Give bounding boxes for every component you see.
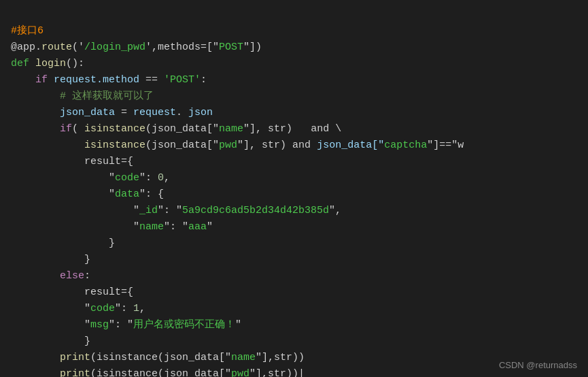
code-token: ',methods=["	[145, 42, 219, 53]
code-token: json_data	[11, 107, 121, 118]
code-token: 0	[158, 172, 164, 184]
code-token: route	[41, 42, 72, 53]
code-token: "])	[243, 42, 262, 53]
code-line: "code": 1,	[11, 301, 577, 317]
code-token: "	[11, 172, 115, 184]
code-token: ":	[115, 303, 133, 314]
code-token: pwd	[231, 368, 249, 377]
code-token: code	[115, 172, 139, 184]
code-token: (json_data["	[145, 123, 219, 135]
code-line: else:	[11, 268, 577, 284]
code-line: "name": "aaa"	[11, 219, 577, 235]
watermark: CSDN @returnadss	[499, 360, 577, 370]
code-token: print	[60, 352, 90, 363]
code-token: "],str))	[256, 352, 305, 363]
code-token: name	[219, 123, 243, 135]
code-container: #接口6@app.route('/login_pwd',methods=["PO…	[0, 0, 588, 377]
code-token: isinstance	[11, 140, 145, 151]
code-token: code	[90, 303, 115, 314]
code-token: ": "	[158, 205, 182, 216]
code-token: (	[72, 123, 84, 135]
code-token: if	[11, 123, 72, 135]
code-token: }	[11, 237, 115, 249]
code-token: request	[133, 107, 176, 118]
code-token: 5a9cd9c6ad5b2d34d42b385d	[182, 205, 329, 216]
code-token: ,	[164, 172, 170, 184]
code-token: login	[35, 58, 66, 69]
code-token: json	[188, 107, 213, 118]
code-line: def login():	[11, 56, 577, 72]
code-token: /login_pwd	[84, 42, 145, 53]
code-token: "	[207, 221, 213, 233]
code-line: # 这样获取就可以了	[11, 88, 577, 105]
code-line: if( isinstance(json_data["name"], str) a…	[11, 121, 577, 137]
code-token: "],str))	[249, 368, 298, 377]
code-token: ():	[66, 58, 84, 69]
code-token: \	[329, 123, 341, 135]
code-token: @app.	[11, 42, 41, 53]
code-token: json_data["	[317, 140, 384, 151]
code-token: and	[292, 140, 317, 151]
code-token: 'POST'	[164, 74, 201, 86]
code-token: (isinstance(json_data["	[90, 352, 231, 363]
code-token: "	[11, 205, 139, 216]
code-token: print	[60, 368, 90, 377]
code-line: "data": {	[11, 186, 577, 203]
code-token: result={	[11, 156, 133, 167]
code-line: "_id": "5a9cd9c6ad5b2d34d42b385d",	[11, 203, 577, 219]
code-token: ":	[139, 172, 158, 184]
code-token: "	[11, 319, 90, 331]
code-token: if	[11, 74, 54, 86]
code-token: :	[201, 74, 207, 86]
code-line: }	[11, 252, 577, 268]
code-token	[11, 270, 60, 282]
code-line: #接口6	[11, 23, 577, 39]
code-line: "code": 0,	[11, 170, 577, 186]
code-token: POST	[219, 42, 243, 53]
code-line: result={	[11, 284, 577, 301]
code-token: ": "	[109, 319, 133, 331]
code-token: (json_data["	[145, 140, 219, 151]
code-line: print(isinstance(json_data["name"],str))	[11, 350, 577, 366]
code-token: :	[84, 270, 90, 282]
code-line: isinstance(json_data["pwd"], str) and js…	[11, 137, 577, 154]
code-token: and	[311, 123, 329, 135]
code-token: # 这样获取就可以了	[11, 91, 154, 102]
code-token: "	[11, 188, 115, 200]
code-line: @app.route('/login_pwd',methods=["POST"]…	[11, 39, 577, 56]
code-token	[11, 368, 60, 377]
code-token: ": "	[164, 221, 188, 233]
code-token: |	[298, 368, 305, 377]
code-line: result={	[11, 154, 577, 170]
code-token: "	[11, 221, 139, 233]
code-token: isinstance	[84, 123, 145, 135]
code-token: "	[11, 303, 90, 314]
code-token: result={	[11, 286, 133, 298]
code-line: }	[11, 333, 577, 350]
code-token: ('	[72, 42, 84, 53]
code-token: ,	[139, 303, 145, 314]
code-token: "], str)	[237, 140, 292, 151]
code-token: ==	[145, 74, 164, 86]
code-token: def	[11, 58, 35, 69]
code-line: print(isinstance(json_data["pwd"],str))|	[11, 366, 577, 377]
code-token: "	[235, 319, 241, 331]
code-token: request.method	[54, 74, 145, 86]
code-token: pwd	[219, 140, 237, 151]
code-line: }	[11, 235, 577, 252]
code-token: 1	[133, 303, 139, 314]
code-token: msg	[90, 319, 109, 331]
code-token: =	[121, 107, 133, 118]
code-token: captcha	[384, 140, 427, 151]
code-token: ",	[329, 205, 341, 216]
code-line: if request.method == 'POST':	[11, 72, 577, 88]
code-token: "], str)	[243, 123, 311, 135]
code-token: name	[231, 352, 256, 363]
code-token: "]=="w	[427, 140, 464, 151]
code-token: .	[176, 107, 188, 118]
code-token: ": {	[139, 188, 164, 200]
code-token: (isinstance(json_data["	[90, 368, 231, 377]
code-line: "msg": "用户名或密码不正确！"	[11, 317, 577, 333]
code-token: name	[139, 221, 164, 233]
code-token	[11, 352, 60, 363]
